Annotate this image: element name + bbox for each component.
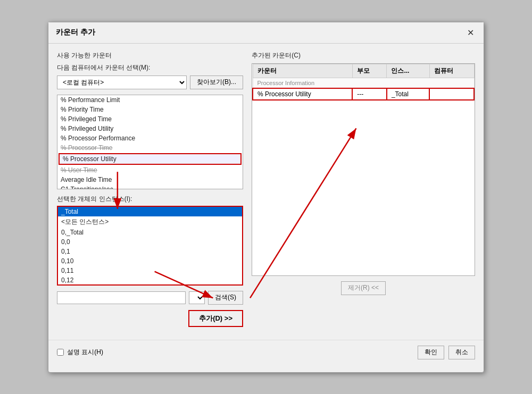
counter-list[interactable]: % Performance Limit% Priority Time% Priv… [57, 95, 243, 189]
close-button[interactable]: ✕ [465, 28, 476, 38]
remove-button-row: 제거(R) << [252, 281, 475, 295]
table-header-cell: 카운터 [253, 64, 352, 78]
counter-list-item[interactable]: C1 Transitions/sec [57, 185, 243, 189]
dialog-body: 사용 가능한 카운터 다음 컴퓨터에서 카운터 선택(M): <로컬 컴퓨터> … [48, 44, 484, 338]
added-counters-table: 카운터부모인스...컴퓨터 Processor Information% Pro… [252, 64, 475, 100]
ok-button[interactable]: 확인 [418, 346, 444, 359]
dialog-title: 카운터 추가 [56, 28, 95, 37]
table-header-cell: 컴퓨터 [429, 64, 474, 78]
add-button-row: 추가(D) >> [57, 310, 243, 327]
table-header-cell: 인스... [387, 64, 429, 78]
counter-list-item[interactable]: % Processor Utility [59, 153, 242, 165]
computer-select[interactable]: <로컬 컴퓨터> [57, 76, 187, 89]
show-description-label[interactable]: 설명 표시(H) [67, 348, 103, 357]
browse-button[interactable]: 찾아보기(B)... [190, 76, 243, 89]
cancel-button[interactable]: 취소 [448, 346, 475, 359]
search-button[interactable]: 검색(S) [208, 291, 243, 305]
counter-list-item[interactable]: % Privileged Utility [57, 124, 243, 133]
select-computer-label: 다음 컴퓨터에서 카운터 선택(M): [57, 63, 243, 72]
counter-list-item[interactable]: % Privileged Time [57, 114, 243, 124]
instance-list-item[interactable]: 0,_Total [58, 228, 242, 237]
footer-left: 설명 표시(H) [57, 348, 103, 357]
instance-list-item[interactable]: 0,0 [58, 237, 242, 247]
instance-list-item[interactable]: 0,10 [58, 256, 242, 266]
search-row: 검색(S) [57, 291, 243, 305]
counter-list-item[interactable]: % Priority Time [57, 105, 243, 114]
counter-list-item[interactable]: Average Idle Time [57, 175, 243, 185]
added-counters-table-container: 카운터부모인스...컴퓨터 Processor Information% Pro… [252, 63, 475, 276]
instance-list-item[interactable]: _Total [58, 207, 242, 216]
add-counter-dialog: 카운터 추가 ✕ 사용 가능한 카운터 다음 컴퓨터에서 카운터 선택(M): … [48, 22, 484, 373]
added-counters-label: 추가된 카운터(C) [252, 51, 475, 60]
left-panel: 사용 가능한 카운터 다음 컴퓨터에서 카운터 선택(M): <로컬 컴퓨터> … [57, 51, 243, 330]
add-button[interactable]: 추가(D) >> [188, 310, 243, 327]
highlighted-table-row: % Processor Utility---_Total [253, 88, 474, 100]
show-description-checkbox[interactable] [57, 349, 64, 356]
counter-list-item[interactable]: % Processor Performance [57, 133, 243, 143]
title-bar: 카운터 추가 ✕ [48, 22, 484, 44]
instance-list[interactable]: _Total<모든 인스턴스>0,_Total0,00,10,100,110,1… [57, 206, 243, 286]
instance-list-item[interactable]: 0,12 [58, 275, 242, 285]
remove-button[interactable]: 제거(R) << [341, 281, 386, 295]
instance-list-item[interactable]: <모든 인스턴스> [58, 216, 242, 228]
table-header-row: 카운터부모인스...컴퓨터 [253, 64, 474, 78]
available-counters-label: 사용 가능한 카운터 [57, 51, 243, 60]
instance-list-item[interactable]: 0,1 [58, 247, 242, 256]
footer-right: 확인 취소 [418, 346, 475, 359]
computer-select-row: <로컬 컴퓨터> 찾아보기(B)... [57, 76, 243, 89]
dialog-footer: 설명 표시(H) 확인 취소 [48, 340, 484, 367]
table-row: Processor Information [253, 78, 474, 88]
counter-list-item[interactable]: % User Time [57, 165, 243, 175]
instance-list-item[interactable]: 0,11 [58, 266, 242, 275]
counter-list-item[interactable]: % Performance Limit [57, 95, 243, 105]
instance-label: 선택한 개체의 인스턴스(I): [57, 195, 243, 204]
counter-list-item[interactable]: % Processor Time [57, 143, 243, 153]
table-header-cell: 부모 [352, 64, 387, 78]
search-input[interactable] [57, 291, 186, 304]
search-select[interactable] [189, 291, 205, 304]
right-panel: 추가된 카운터(C) 카운터부모인스...컴퓨터 Processor Infor… [252, 51, 475, 330]
